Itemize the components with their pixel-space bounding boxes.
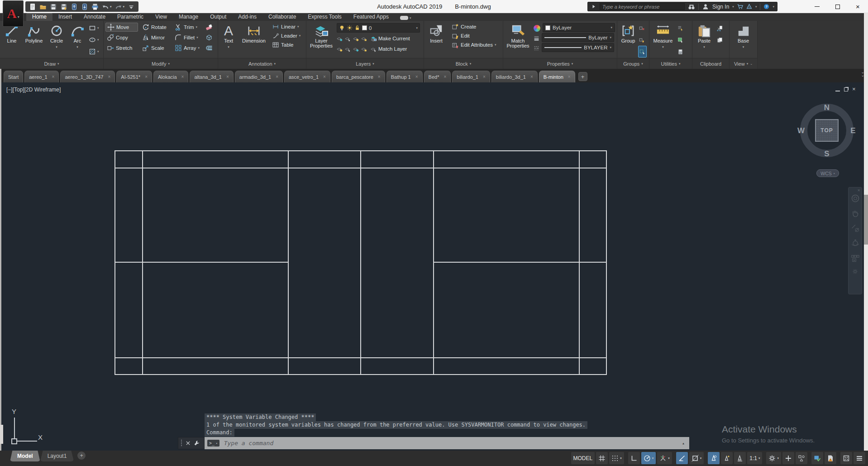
- stretch-button[interactable]: Stretch: [105, 43, 138, 53]
- panel-label-utilities[interactable]: Utilities▾: [649, 58, 692, 69]
- annotation-visibility-icon[interactable]: [708, 452, 720, 464]
- panel-label-groups[interactable]: Groups▾: [617, 58, 649, 69]
- linear-button[interactable]: Linear▾: [271, 22, 302, 31]
- arc-button[interactable]: Arc▾: [68, 22, 87, 58]
- panel-label-properties[interactable]: Properties▾: [503, 58, 617, 69]
- edit-block-button[interactable]: Edit: [450, 31, 497, 40]
- hardware-plus-icon[interactable]: [782, 452, 794, 464]
- viewport-restore-icon[interactable]: [844, 87, 848, 91]
- layer-off-icon[interactable]: [337, 46, 343, 52]
- object-color-dropdown[interactable]: ByLayer▾: [543, 23, 615, 32]
- orbit-icon[interactable]: [851, 239, 860, 248]
- layout1-tab[interactable]: Layout1: [40, 451, 74, 461]
- file-tab-ai-5251-[interactable]: AI-5251*×: [116, 71, 152, 82]
- quick-select-button[interactable]: [677, 22, 684, 34]
- explode-button[interactable]: [204, 33, 214, 42]
- layer-freeze-icon[interactable]: [353, 36, 359, 42]
- group-button[interactable]: Group: [619, 22, 637, 58]
- group-selection-toggle[interactable]: [638, 46, 647, 58]
- connect-icon[interactable]: ▾: [400, 13, 411, 21]
- panel-label-layers[interactable]: Layers▾: [306, 58, 424, 69]
- snap-mode-icon[interactable]: ▾: [609, 452, 624, 464]
- insert-button[interactable]: Insert: [426, 22, 447, 58]
- file-tab-altana-3d-1[interactable]: altana_3d_1×: [190, 71, 233, 82]
- copy-clip-button[interactable]: [716, 34, 724, 46]
- polyline-button[interactable]: Polyline: [23, 22, 45, 58]
- file-tab-biliardo-1[interactable]: biliardo_1×: [452, 71, 490, 82]
- help-icon[interactable]: ?: [763, 4, 769, 10]
- close-tab-icon[interactable]: ×: [530, 74, 533, 79]
- offset-button[interactable]: [204, 43, 214, 53]
- model-tab[interactable]: Model: [10, 451, 40, 461]
- make-current-button[interactable]: Make Current: [369, 34, 411, 43]
- trim-button[interactable]: Trim▾: [173, 23, 201, 32]
- circle-button[interactable]: Circle▾: [46, 22, 67, 58]
- command-expand-icon[interactable]: ▴: [682, 441, 687, 446]
- ribbon-tab-add-ins[interactable]: Add-ins: [232, 13, 262, 21]
- scale-button[interactable]: Scale: [141, 43, 171, 53]
- ellipse-button[interactable]: ▾: [88, 34, 100, 46]
- viewport-controls-label[interactable]: [−][Top][2D Wireframe]: [6, 86, 61, 93]
- close-tab-icon[interactable]: ×: [323, 74, 326, 79]
- annotation-monitor-icon[interactable]: [825, 452, 836, 464]
- table-button[interactable]: Table: [271, 40, 302, 49]
- panel-label-view[interactable]: View▾⌄: [730, 58, 757, 69]
- linetype-dropdown[interactable]: BYLAYER▾: [542, 43, 614, 52]
- move-button[interactable]: Move: [105, 23, 138, 32]
- copy-button[interactable]: Copy: [105, 33, 138, 42]
- match-layer-button[interactable]: Match Layer: [369, 44, 408, 53]
- polar-tracking-icon[interactable]: ▾: [641, 452, 656, 464]
- search-input[interactable]: Type a keyword or phrase: [600, 3, 685, 10]
- ribbon-tab-home[interactable]: Home: [26, 13, 52, 21]
- command-bar-handle[interactable]: [178, 437, 205, 449]
- right-scrollbar-thumb[interactable]: [864, 195, 868, 245]
- autodesk-360-icon[interactable]: [746, 4, 752, 10]
- file-tab-b-minton[interactable]: B-minton×: [539, 71, 575, 82]
- ribbon-tab-insert[interactable]: Insert: [52, 13, 78, 21]
- array-button[interactable]: Array▾: [173, 43, 201, 53]
- search-expand-icon[interactable]: [591, 4, 596, 10]
- ribbon-tab-annotate[interactable]: Annotate: [78, 13, 111, 21]
- base-button[interactable]: Base▾: [733, 22, 754, 58]
- erase-button[interactable]: [204, 23, 214, 32]
- navbar-settings-icon[interactable]: [852, 269, 858, 274]
- panel-label-clipboard[interactable]: Clipboard: [692, 58, 729, 69]
- isometric-drafting-icon[interactable]: ▾: [657, 452, 672, 464]
- command-prompt-icon[interactable]: >_▾: [207, 440, 219, 447]
- viewcube-top-face[interactable]: TOP: [815, 119, 839, 142]
- command-input[interactable]: >_▾ Type a command ▴: [205, 437, 689, 449]
- zoom-extents-icon[interactable]: [851, 224, 860, 233]
- mirror-button[interactable]: Mirror: [141, 33, 171, 42]
- customize-command-icon[interactable]: [194, 440, 200, 446]
- close-tab-icon[interactable]: ×: [181, 74, 184, 79]
- customization-menu-icon[interactable]: [854, 452, 865, 464]
- left-scrollbar[interactable]: [0, 69, 1, 451]
- close-tab-icon[interactable]: ×: [415, 74, 418, 79]
- left-scrollbar-thumb[interactable]: [0, 425, 3, 444]
- panel-label-block[interactable]: Block▾: [424, 58, 503, 69]
- ribbon-tab-manage[interactable]: Manage: [173, 13, 204, 21]
- graphics-performance-icon[interactable]: [811, 452, 823, 464]
- file-tab-asce-vetro-1[interactable]: asce_vetro_1×: [284, 71, 330, 82]
- file-tab-bathup-1[interactable]: Bathup 1×: [386, 71, 423, 82]
- paste-button[interactable]: Paste▾: [694, 22, 714, 58]
- annotation-scale-button[interactable]: 1:1▾: [747, 452, 762, 464]
- layer-unisolate-icon[interactable]: [345, 36, 351, 42]
- hatch-button[interactable]: ▾: [88, 46, 100, 58]
- close-command-icon[interactable]: [185, 440, 191, 446]
- rotate-button[interactable]: Rotate: [141, 23, 171, 32]
- line-button[interactable]: Line: [2, 22, 22, 58]
- viewport-minimize-icon[interactable]: [835, 91, 840, 91]
- file-tab-aereo-1-3d-747[interactable]: aereo_1_3D_747×: [60, 71, 115, 82]
- grid-display-icon[interactable]: [596, 452, 608, 464]
- annotation-scale-icon[interactable]: [734, 452, 746, 464]
- group-edit-button[interactable]: [638, 34, 647, 46]
- panel-label-annotation[interactable]: Annotation▾: [218, 58, 306, 69]
- file-tab-alokacia[interactable]: Alokacia×: [153, 71, 188, 82]
- autocad-logo-button[interactable]: A ▾: [3, 0, 24, 27]
- object-snap-icon[interactable]: ▾: [689, 452, 704, 464]
- close-tab-icon[interactable]: ×: [276, 74, 278, 79]
- close-tab-icon[interactable]: ×: [108, 74, 110, 79]
- select-window-button[interactable]: [677, 34, 684, 46]
- close-tab-icon[interactable]: ×: [483, 74, 486, 79]
